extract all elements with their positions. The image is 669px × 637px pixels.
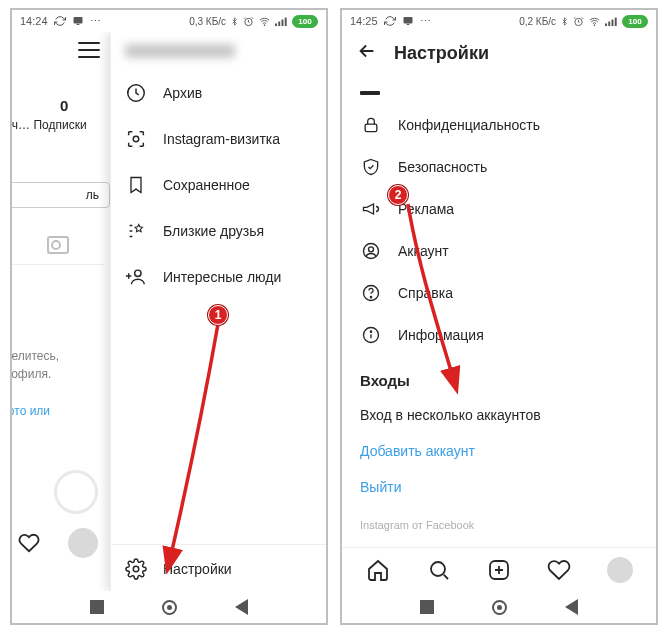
- lock-icon: [360, 114, 382, 136]
- menu-item-saved[interactable]: Сохраненное: [111, 162, 326, 208]
- menu-label: Сохраненное: [163, 177, 250, 193]
- profile-edit-button[interactable]: ль: [12, 182, 110, 208]
- svg-rect-6: [285, 17, 287, 25]
- status-bar: 14:25 ⋯ 0,2 КБ/с 100: [342, 10, 656, 32]
- bluetooth-icon: [230, 16, 239, 27]
- svg-point-13: [594, 24, 595, 25]
- logins-heading: Входы: [342, 356, 656, 397]
- account-icon: [360, 240, 382, 262]
- profile-avatar-icon: [607, 557, 633, 583]
- menu-item-archive[interactable]: Архив: [111, 70, 326, 116]
- bluetooth-icon: [560, 16, 569, 27]
- svg-rect-16: [612, 19, 614, 26]
- svg-rect-18: [365, 124, 377, 132]
- nav-back-icon[interactable]: [235, 599, 248, 615]
- posts-label: сч… Подписки: [12, 118, 110, 132]
- share-photo-link[interactable]: фото или: [12, 404, 50, 418]
- partial-icon: [360, 91, 380, 95]
- settings-item-account[interactable]: Аккаунт: [342, 230, 656, 272]
- profile-avatar-small[interactable]: [68, 528, 98, 558]
- data-speed: 0,2 КБ/с: [519, 16, 556, 27]
- phone-frame-right: 14:25 ⋯ 0,2 КБ/с 100 Настройки: [340, 8, 658, 625]
- sync-icon: [384, 15, 396, 27]
- menu-item-settings[interactable]: Настройки: [111, 544, 326, 591]
- svg-rect-14: [605, 23, 607, 26]
- nav-recent-icon[interactable]: [90, 600, 104, 614]
- menu-item-close-friends[interactable]: Близкие друзья: [111, 208, 326, 254]
- settings-item-about[interactable]: Информация: [342, 314, 656, 356]
- add-account-link[interactable]: Добавить аккаунт: [342, 433, 656, 469]
- annotation-badge-2: 2: [388, 185, 408, 205]
- discover-people-icon: [125, 266, 147, 288]
- status-bar: 14:24 ⋯ 0,3 КБ/с 100: [12, 10, 326, 32]
- back-arrow-icon[interactable]: [356, 40, 378, 66]
- menu-item-discover[interactable]: Интересные люди: [111, 254, 326, 300]
- close-friends-icon: [125, 220, 147, 242]
- status-time: 14:24: [20, 15, 48, 27]
- nav-home-icon[interactable]: [162, 600, 177, 615]
- settings-label: Информация: [398, 327, 484, 343]
- share-text: оделитесь, профиля.: [12, 347, 108, 383]
- svg-point-25: [431, 562, 445, 576]
- android-nav-bar: [12, 591, 326, 623]
- tab-search-icon[interactable]: [426, 557, 452, 583]
- profile-sliver: 0 сч… Подписки ль оделитесь, профиля. фо…: [12, 32, 110, 591]
- wifi-icon: [258, 16, 271, 27]
- settings-title: Настройки: [394, 43, 489, 64]
- data-speed: 0,3 КБ/с: [189, 16, 226, 27]
- megaphone-icon: [360, 198, 382, 220]
- svg-point-8: [133, 136, 139, 142]
- signal-icon: [605, 16, 618, 27]
- posts-count: 0: [60, 97, 68, 114]
- settings-item-help[interactable]: Справка: [342, 272, 656, 314]
- wifi-icon: [588, 16, 601, 27]
- tab-new-post-icon[interactable]: [486, 557, 512, 583]
- nav-home-icon[interactable]: [492, 600, 507, 615]
- archive-icon: [125, 82, 147, 104]
- settings-label: Реклама: [398, 201, 454, 217]
- from-facebook-footer: Instagram от Facebook: [342, 505, 656, 535]
- alarm-icon: [243, 16, 254, 27]
- sync-icon: [54, 15, 66, 27]
- phone-frame-left: 14:24 ⋯ 0,3 КБ/с 100 0 сч… Подписки ль о…: [10, 8, 328, 625]
- svg-point-22: [370, 297, 371, 298]
- multi-account-login[interactable]: Вход в несколько аккаунтов: [342, 397, 656, 433]
- drawer-username-row[interactable]: [111, 32, 326, 70]
- left-screen-content: 0 сч… Подписки ль оделитесь, профиля. фо…: [12, 32, 326, 591]
- menu-label: Архив: [163, 85, 202, 101]
- tab-profile-icon[interactable]: [607, 557, 633, 583]
- logout-link[interactable]: Выйти: [342, 469, 656, 505]
- battery-icon: 100: [292, 15, 318, 28]
- svg-rect-17: [615, 17, 617, 25]
- svg-rect-4: [278, 21, 280, 26]
- svg-point-20: [369, 247, 374, 252]
- settings-gear-icon: [125, 558, 147, 580]
- svg-point-24: [370, 331, 371, 332]
- activity-heart-icon[interactable]: [18, 532, 40, 554]
- tab-home-icon[interactable]: [365, 557, 391, 583]
- signal-icon: [275, 16, 288, 27]
- settings-item-privacy[interactable]: Конфиденциальность: [342, 104, 656, 146]
- nav-back-icon[interactable]: [565, 599, 578, 615]
- svg-point-9: [135, 270, 141, 276]
- settings-item-security[interactable]: Безопасность: [342, 146, 656, 188]
- chat-icon: [72, 15, 84, 27]
- svg-rect-15: [608, 21, 610, 26]
- nametag-icon: [125, 128, 147, 150]
- right-screen-content: Настройки Конфиденциальность Безопасност…: [342, 32, 656, 591]
- android-nav-bar: [342, 591, 656, 623]
- status-time: 14:25: [350, 15, 378, 27]
- menu-label: Instagram-визитка: [163, 131, 280, 147]
- partial-item: [342, 74, 656, 104]
- grid-tab[interactable]: [12, 225, 104, 265]
- hamburger-icon[interactable]: [78, 42, 100, 58]
- settings-label: Настройки: [163, 561, 232, 577]
- svg-point-2: [264, 24, 265, 25]
- username-blurred: [125, 44, 235, 58]
- annotation-badge-1: 1: [208, 305, 228, 325]
- nav-recent-icon[interactable]: [420, 600, 434, 614]
- svg-rect-3: [275, 23, 277, 26]
- tab-activity-icon[interactable]: [546, 557, 572, 583]
- settings-label: Конфиденциальность: [398, 117, 540, 133]
- menu-item-nametag[interactable]: Instagram-визитка: [111, 116, 326, 162]
